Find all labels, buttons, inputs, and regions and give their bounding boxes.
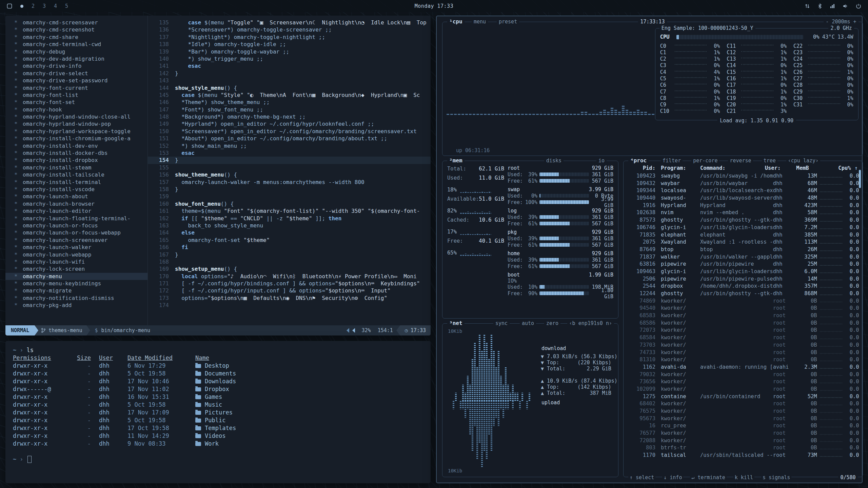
- sidebar-item[interactable]: *omarchy-install-dev-env: [14, 142, 147, 149]
- code-line[interactable]: 137 *Nightlight*) omarchy-toggle-nightli…: [148, 34, 431, 41]
- sidebar-item[interactable]: *omarchy-drive-info: [14, 62, 147, 69]
- header-program[interactable]: Program:: [655, 165, 700, 171]
- sidebar-item[interactable]: *omarchy-launch-or-focus-webapp: [14, 229, 147, 236]
- sidebar-item[interactable]: *omarchy-hyprland-window-close-all: [14, 113, 147, 120]
- process-row[interactable]: 109463glycin-i/usr/lib/glycin-loadersdhh…: [628, 268, 859, 276]
- zero-button[interactable]: zero: [544, 320, 560, 326]
- code-line[interactable]: 170 local options="♪ Audio\n◠ Wifi\nᛒ Bl…: [148, 273, 431, 280]
- process-row[interactable]: 109432waybar/usr/bin/waybardhh68M0.0: [628, 180, 859, 187]
- prompt-line-current[interactable]: ~ ›: [13, 455, 423, 463]
- code-line[interactable]: 150 *Screensaver*) open_in_editor ~/.con…: [148, 128, 431, 135]
- sort-column-selector[interactable]: ‹cpu lazy›: [786, 158, 820, 164]
- sidebar-item[interactable]: *omarchy-migrate: [14, 287, 147, 294]
- sidebar-item[interactable]: *omarchy-launch-about: [14, 193, 147, 200]
- code-line[interactable]: 163 back_to show_style_menu: [148, 222, 431, 229]
- bluetooth-icon[interactable]: [817, 3, 822, 9]
- code-line[interactable]: 168: [148, 258, 431, 265]
- code-pane[interactable]: 135 case $(menu "Toggle" "▣ Screensaver\…: [148, 16, 431, 325]
- sidebar-item[interactable]: *omarchy-notification-dismiss: [14, 294, 147, 302]
- sidebar-item[interactable]: *omarchy-launch-webapp: [14, 251, 147, 258]
- sidebar-item[interactable]: *omarchy-launch-screensaver: [14, 237, 147, 244]
- terminal-window[interactable]: ~ › ls Permissions Size User Date Modifi…: [5, 341, 431, 483]
- io-toggle[interactable]: io: [596, 158, 607, 164]
- process-row[interactable]: 87573ghostty/usr/bin/ghostty --gtk-dhh36…: [628, 217, 859, 224]
- process-row[interactable]: 1170tailscal/usr/sbin/tailscaled --root7…: [628, 452, 859, 459]
- process-row[interactable]: 68583kworker/root0B0.0: [628, 312, 859, 320]
- sidebar-item[interactable]: *omarchy-font-list: [14, 92, 147, 99]
- header-command[interactable]: Command:: [700, 165, 765, 171]
- code-line[interactable]: 147 *Font*) show_font_menu ;;: [148, 106, 431, 113]
- process-row[interactable]: 1916HyprlandHyprlanddhh423M0.0: [628, 202, 859, 209]
- sidebar-item[interactable]: *omarchy-lock-screen: [14, 265, 147, 272]
- workspace-number[interactable]: 2: [32, 3, 35, 9]
- sidebar-item[interactable]: *omarchy-cmd-terminal-cwd: [14, 41, 147, 48]
- code-line[interactable]: 144show_style_menu() {: [148, 84, 431, 92]
- code-line[interactable]: 169show_setup_menu() {: [148, 265, 431, 272]
- sidebar-item[interactable]: *omarchy-launch-walker: [14, 244, 147, 251]
- sidebar-item[interactable]: *omarchy-hook: [14, 106, 147, 113]
- sidebar-item[interactable]: *omarchy-pkg-add: [14, 302, 147, 309]
- menu-button[interactable]: menu: [472, 19, 488, 25]
- code-line[interactable]: 139 *Bar*) omarchy-toggle-waybar ;;: [148, 48, 431, 55]
- tree-button[interactable]: tree: [762, 158, 777, 164]
- sidebar-item[interactable]: *omarchy-dev-add-migration: [14, 55, 147, 62]
- interface-selector[interactable]: ‹b enp191s0 n›: [567, 320, 614, 326]
- process-row[interactable]: 71837walker/usr/bin/walker --gappldhh325…: [628, 253, 859, 261]
- code-line[interactable]: 160show_font_menu() {: [148, 200, 431, 207]
- hint-signals[interactable]: s signals: [761, 474, 791, 481]
- process-row[interactable]: 87649btopbtopdhh26M0.0: [628, 246, 859, 253]
- code-line[interactable]: 140 *) show_trigger_menu ;;: [148, 55, 431, 62]
- code-line[interactable]: 151 *About*) open_in_editor ~/.config/om…: [148, 135, 431, 142]
- preset-button[interactable]: preset: [497, 19, 519, 25]
- launcher-icon[interactable]: [7, 3, 12, 9]
- code-line[interactable]: 146 *Theme*) show_theme_menu ;;: [148, 99, 431, 106]
- sidebar-item[interactable]: *omarchy-install-docker-dbs: [14, 149, 147, 157]
- network-arrows-icon[interactable]: [805, 3, 810, 9]
- sidebar-item[interactable]: *omarchy-install-chromium-google-a: [14, 135, 147, 142]
- sidebar-item[interactable]: *omarchy-font-set: [14, 99, 147, 106]
- process-row[interactable]: 71835elephantelephantdhh385M0.0: [628, 231, 859, 239]
- cpu-bars-icon[interactable]: [830, 3, 835, 9]
- code-line[interactable]: 152 *) show_main_menu ;;: [148, 142, 431, 149]
- process-row[interactable]: 2506pipewire/usr/bin/pipewire-pulsedhh14…: [628, 276, 859, 283]
- process-row[interactable]: 2544dropbox/home/dhh/.dropbox-distdhh357…: [628, 283, 859, 290]
- process-row[interactable]: 63816pipewire/usr/bin/pipewiredhh25M0.0: [628, 261, 859, 268]
- sidebar-item[interactable]: *omarchy-install-vscode: [14, 186, 147, 193]
- sidebar-item[interactable]: *omarchy-cmd-screensaver: [14, 19, 147, 26]
- hint-kill[interactable]: k kill: [733, 474, 754, 481]
- workspace-active-indicator[interactable]: [20, 5, 23, 8]
- process-row[interactable]: 16rcu_preeroot0B0.0: [628, 422, 859, 430]
- code-line[interactable]: 167}: [148, 251, 431, 258]
- process-row[interactable]: 803btrfs-trroot0B0.0: [628, 444, 859, 452]
- sidebar-item[interactable]: *omarchy-launch-editor: [14, 207, 147, 215]
- hint-terminate[interactable]: ↵ terminate: [690, 474, 726, 481]
- hint-info[interactable]: ↓ info: [662, 474, 683, 481]
- auto-button[interactable]: auto: [520, 320, 536, 326]
- process-row[interactable]: 12244ghostty/usr/bin/ghostty --gtk-dhh86…: [628, 290, 859, 298]
- code-line[interactable]: 174: [148, 302, 431, 309]
- filter-button[interactable]: filter: [661, 158, 683, 164]
- workspace-number[interactable]: 3: [43, 3, 46, 9]
- sort-direction-icon[interactable]: ↑: [851, 165, 858, 171]
- code-line[interactable]: 171 [ -f ~/.config/hypr/bindings.conf ] …: [148, 280, 431, 287]
- header-user[interactable]: User:: [765, 165, 790, 171]
- sidebar-item[interactable]: *omarchy-debug: [14, 48, 147, 55]
- code-line[interactable]: 135 case $(menu "Toggle" "▣ Screensaver\…: [148, 19, 431, 26]
- sidebar-item[interactable]: *omarchy-launch-or-focus: [14, 222, 147, 229]
- process-row[interactable]: 95673kworker/root0B0.0: [628, 415, 859, 423]
- proc-scrollbar[interactable]: [859, 170, 861, 188]
- power-icon[interactable]: [856, 3, 861, 9]
- process-row[interactable]: 81310kworker/root0B0.0: [628, 356, 859, 364]
- process-row[interactable]: 2075XwaylandXwayland :1 -rootless -dhh11…: [628, 239, 859, 246]
- process-row[interactable]: 109440swayosd-/usr/lib/swayosd-serverdhh…: [628, 195, 859, 202]
- process-row[interactable]: 68586kworker/root0B0.0: [628, 320, 859, 327]
- process-row[interactable]: 76577kworker/root0B0.0: [628, 430, 859, 437]
- process-row[interactable]: 73703kworker/root0B0.0: [628, 342, 859, 349]
- code-line[interactable]: 148 *Background*) omarchy-theme-bg-next …: [148, 113, 431, 120]
- code-line[interactable]: 165 omarchy-font-set "$theme": [148, 237, 431, 244]
- code-line[interactable]: 162 if [[ "$theme" == "CNCLD" || -z "$th…: [148, 215, 431, 222]
- sidebar-item[interactable]: *omarchy-hyprland-workspace-toggle: [14, 128, 147, 135]
- sidebar-item[interactable]: *omarchy-hyprland-window-pop: [14, 120, 147, 127]
- terminal-cursor[interactable]: [27, 456, 32, 463]
- header-memory[interactable]: MemB: [790, 165, 809, 171]
